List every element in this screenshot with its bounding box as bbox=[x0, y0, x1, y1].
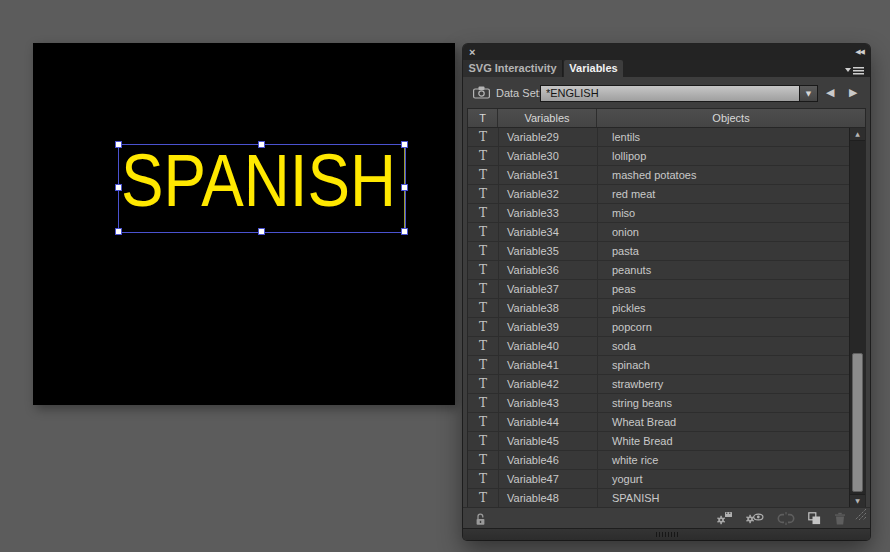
column-header-objects[interactable]: Objects bbox=[597, 109, 865, 127]
row-type-icon: T bbox=[468, 128, 499, 146]
table-row[interactable]: T Variable29 lentils bbox=[468, 128, 849, 147]
column-header-type[interactable]: T bbox=[468, 109, 498, 127]
status-bar-icons bbox=[716, 511, 846, 529]
make-visibility-dynamic-icon[interactable] bbox=[746, 511, 764, 529]
table-row[interactable]: T Variable31 mashed potatoes bbox=[468, 166, 849, 185]
table-row[interactable]: T Variable40 soda bbox=[468, 337, 849, 356]
row-object-value: red meat bbox=[598, 185, 849, 203]
row-variable-name: Variable35 bbox=[499, 242, 598, 260]
column-header-variables[interactable]: Variables bbox=[498, 109, 597, 127]
selection-handle-mid-right[interactable] bbox=[401, 184, 408, 191]
capture-data-set-camera-icon[interactable] bbox=[473, 85, 490, 103]
row-type-icon: T bbox=[468, 470, 499, 488]
row-object-value: pasta bbox=[598, 242, 849, 260]
row-variable-name: Variable39 bbox=[499, 318, 598, 336]
scrollbar[interactable]: ▲ ▼ bbox=[849, 128, 865, 507]
variables-panel: × ◀◀ SVG Interactivity Variables bbox=[463, 44, 870, 540]
table-row[interactable]: T Variable44 Wheat Bread bbox=[468, 413, 849, 432]
previous-data-set-button[interactable]: ◀ bbox=[826, 86, 834, 100]
drag-grip-dots-icon bbox=[656, 532, 678, 537]
row-object-value: miso bbox=[598, 204, 849, 222]
next-data-set-button[interactable]: ▶ bbox=[849, 86, 857, 100]
artboard[interactable]: SPANISH bbox=[33, 43, 455, 405]
row-variable-name: Variable36 bbox=[499, 261, 598, 279]
table-row[interactable]: T Variable45 White Bread bbox=[468, 432, 849, 451]
row-variable-name: Variable34 bbox=[499, 223, 598, 241]
scroll-down-icon[interactable]: ▼ bbox=[850, 494, 865, 507]
table-row[interactable]: T Variable35 pasta bbox=[468, 242, 849, 261]
variables-table: T Variables Objects T Variable29 lentils… bbox=[467, 108, 866, 507]
delete-variable-icon[interactable] bbox=[834, 511, 846, 529]
scroll-up-icon[interactable]: ▲ bbox=[850, 128, 865, 141]
selection-handle-top-right[interactable] bbox=[401, 141, 408, 148]
table-row[interactable]: T Variable30 lollipop bbox=[468, 147, 849, 166]
panel-tab-bar: SVG Interactivity Variables bbox=[463, 60, 870, 77]
data-set-label: Data Set: bbox=[496, 85, 542, 102]
selection-handle-top-mid[interactable] bbox=[258, 141, 265, 148]
tab-variables[interactable]: Variables bbox=[564, 60, 623, 77]
table-row[interactable]: T Variable33 miso bbox=[468, 204, 849, 223]
data-set-dropdown-button[interactable]: ▼ bbox=[800, 85, 818, 102]
close-icon[interactable]: × bbox=[469, 45, 475, 59]
table-row[interactable]: T Variable32 red meat bbox=[468, 185, 849, 204]
panel-menu-icon[interactable] bbox=[845, 63, 865, 75]
selection-handle-bottom-right[interactable] bbox=[401, 228, 408, 235]
scrollbar-thumb[interactable] bbox=[852, 353, 863, 492]
row-variable-name: Variable43 bbox=[499, 394, 598, 412]
row-variable-name: Variable48 bbox=[499, 489, 598, 507]
row-variable-name: Variable45 bbox=[499, 432, 598, 450]
table-row[interactable]: T Variable42 strawberry bbox=[468, 375, 849, 394]
panel-status-bar bbox=[463, 507, 870, 528]
row-type-icon: T bbox=[468, 489, 499, 507]
chevron-down-icon: ▼ bbox=[806, 90, 811, 98]
table-row[interactable]: T Variable39 popcorn bbox=[468, 318, 849, 337]
row-variable-name: Variable47 bbox=[499, 470, 598, 488]
table-row[interactable]: T Variable37 peas bbox=[468, 280, 849, 299]
row-variable-name: Variable40 bbox=[499, 337, 598, 355]
tab-svg-interactivity[interactable]: SVG Interactivity bbox=[463, 60, 563, 77]
row-variable-name: Variable44 bbox=[499, 413, 598, 431]
row-type-icon: T bbox=[468, 166, 499, 184]
table-row[interactable]: T Variable48 SPANISH bbox=[468, 489, 849, 507]
row-variable-name: Variable41 bbox=[499, 356, 598, 374]
make-object-dynamic-icon[interactable] bbox=[716, 511, 733, 529]
row-object-value: SPANISH bbox=[598, 489, 849, 507]
row-variable-name: Variable29 bbox=[499, 128, 598, 146]
selection-handle-top-left[interactable] bbox=[115, 141, 122, 148]
row-object-value: yogurt bbox=[598, 470, 849, 488]
application-workspace: SPANISH × ◀◀ SVG Interactivity Variables bbox=[0, 0, 890, 552]
unbind-variable-icon[interactable] bbox=[777, 511, 795, 529]
selection-handle-mid-left[interactable] bbox=[115, 184, 122, 191]
panel-title-bar[interactable]: × ◀◀ bbox=[463, 44, 870, 60]
row-object-value: Wheat Bread bbox=[598, 413, 849, 431]
table-row[interactable]: T Variable43 string beans bbox=[468, 394, 849, 413]
data-set-input[interactable]: *ENGLISH bbox=[540, 85, 800, 102]
table-row[interactable]: T Variable38 pickles bbox=[468, 299, 849, 318]
row-type-icon: T bbox=[468, 223, 499, 241]
row-variable-name: Variable46 bbox=[499, 451, 598, 469]
table-row[interactable]: T Variable41 spinach bbox=[468, 356, 849, 375]
row-type-icon: T bbox=[468, 394, 499, 412]
row-type-icon: T bbox=[468, 261, 499, 279]
row-object-value: lentils bbox=[598, 128, 849, 146]
row-variable-name: Variable31 bbox=[499, 166, 598, 184]
table-row[interactable]: T Variable34 onion bbox=[468, 223, 849, 242]
table-header: T Variables Objects bbox=[468, 109, 865, 128]
row-variable-name: Variable37 bbox=[499, 280, 598, 298]
row-variable-name: Variable33 bbox=[499, 204, 598, 222]
row-object-value: White Bread bbox=[598, 432, 849, 450]
row-variable-name: Variable42 bbox=[499, 375, 598, 393]
row-type-icon: T bbox=[468, 432, 499, 450]
panel-resize-grip-icon[interactable] bbox=[854, 507, 867, 525]
collapse-to-icons-icon[interactable]: ◀◀ bbox=[855, 47, 864, 57]
table-row[interactable]: T Variable46 white rice bbox=[468, 451, 849, 470]
table-row[interactable]: T Variable47 yogurt bbox=[468, 470, 849, 489]
table-row[interactable]: T Variable36 peanuts bbox=[468, 261, 849, 280]
row-object-value: lollipop bbox=[598, 147, 849, 165]
new-variable-icon[interactable] bbox=[808, 511, 821, 529]
row-object-value: pickles bbox=[598, 299, 849, 317]
selection-handle-bottom-mid[interactable] bbox=[258, 228, 265, 235]
panel-bottom-drag-bar[interactable] bbox=[463, 528, 870, 540]
selection-handle-bottom-left[interactable] bbox=[115, 228, 122, 235]
row-type-icon: T bbox=[468, 451, 499, 469]
